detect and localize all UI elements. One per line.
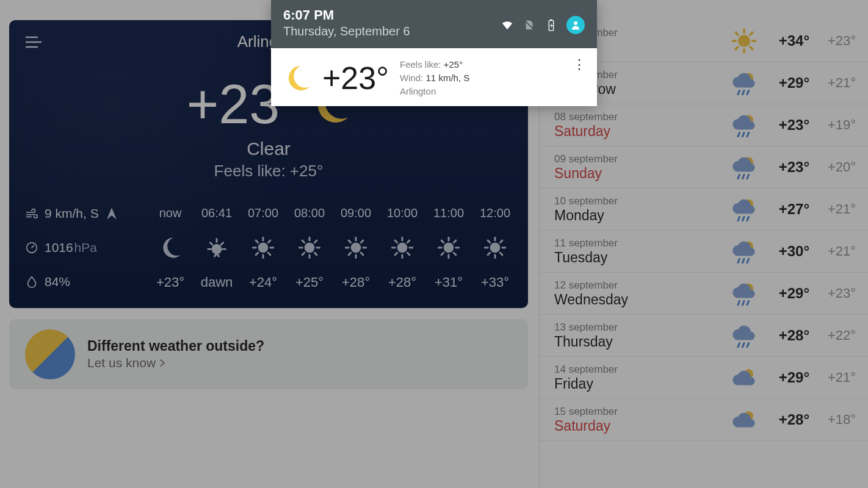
day-low: +18° — [809, 412, 856, 428]
hour-column[interactable]: now +23° — [147, 206, 193, 290]
day-name: Tuesday — [554, 249, 729, 266]
day-high: +23° — [759, 117, 809, 134]
wind-icon — [25, 207, 38, 220]
suncloud-icon — [729, 365, 759, 390]
feedback-icon — [25, 329, 75, 379]
notif-details: Feels like: +25° Wind: 11 km/h, S Arling… — [400, 58, 469, 98]
day-date: 12 september — [554, 279, 729, 292]
weather-notification[interactable]: +23° Feels like: +25° Wind: 11 km/h, S A… — [271, 48, 597, 106]
sunrain-icon — [729, 155, 759, 179]
hour-time: now — [159, 206, 182, 221]
day-row[interactable]: 15 september Saturday +28° +18° — [540, 399, 868, 441]
hour-column[interactable]: 06:41 dawn — [193, 206, 240, 290]
humidity-stat: 84% — [25, 274, 141, 289]
sunrain-icon — [729, 71, 759, 95]
sunrise-icon — [204, 235, 229, 260]
rain-icon — [729, 323, 759, 348]
day-row[interactable]: 09 september Sunday +23° +20° — [540, 146, 868, 188]
notif-temp: +23° — [322, 60, 389, 96]
hour-column[interactable]: 12:00 +33° — [472, 206, 512, 290]
hour-time: 11:00 — [433, 206, 464, 221]
hour-column[interactable]: 10:00 +28° — [379, 206, 425, 290]
day-name: Saturday — [554, 123, 729, 140]
day-date: 13 september — [554, 321, 729, 334]
svg-point-39 — [574, 21, 577, 25]
moon-icon — [158, 235, 183, 260]
hour-temp: +24° — [249, 274, 277, 290]
day-row[interactable]: 14 september Friday +29° +21° — [540, 357, 868, 399]
hour-temp: dawn — [201, 274, 233, 290]
hour-time: 07:00 — [248, 206, 278, 221]
feels-like: Feels like: +25° — [25, 162, 512, 181]
hour-temp: +28° — [388, 274, 416, 290]
day-date: 11 september — [554, 237, 729, 249]
wifi-icon — [501, 18, 514, 32]
day-low: +23° — [809, 33, 856, 49]
day-high: +34° — [759, 32, 809, 49]
battery-charging-icon — [544, 18, 558, 32]
day-row[interactable]: 08 september Saturday +23° +19° — [540, 104, 868, 146]
hour-temp: +28° — [342, 274, 370, 290]
day-low: +22° — [809, 328, 856, 343]
hour-column[interactable]: 07:00 +24° — [240, 206, 286, 290]
gauge-icon — [25, 241, 38, 254]
feedback-card[interactable]: Different weather outside? Let us know — [9, 319, 528, 389]
sun-icon — [729, 29, 759, 53]
day-row[interactable]: 13 september Thursday +28° +22° — [540, 315, 868, 357]
day-name: Monday — [554, 207, 729, 224]
hour-column[interactable]: 08:00 +25° — [286, 206, 333, 290]
day-row[interactable]: 12 september Wednesday +29° +23° — [540, 273, 868, 315]
day-high: +23° — [759, 159, 809, 176]
hour-time: 06:41 — [201, 206, 232, 221]
sun-icon — [251, 235, 275, 260]
profile-avatar[interactable] — [566, 16, 585, 34]
day-date: 09 september — [554, 153, 729, 165]
day-high: +29° — [759, 369, 809, 386]
sun-icon — [436, 235, 461, 260]
hour-time: 10:00 — [387, 206, 418, 221]
day-low: +21° — [809, 75, 856, 91]
day-high: +27° — [759, 201, 809, 218]
day-low: +21° — [809, 201, 856, 217]
day-low: +21° — [809, 370, 856, 386]
svg-point-35 — [27, 243, 37, 253]
day-high: +29° — [759, 74, 809, 92]
hour-column[interactable]: 09:00 +28° — [333, 206, 379, 290]
sunrain-icon — [729, 113, 759, 137]
day-low: +21° — [809, 243, 856, 259]
day-name: Thursday — [554, 334, 729, 350]
svg-rect-38 — [550, 20, 552, 21]
hour-time: 08:00 — [294, 206, 325, 221]
hourly-forecast[interactable]: now +23° 06:41 dawn 07:00 +24° 08:00 +25… — [147, 206, 512, 290]
wind-stat: 9 km/h, S — [25, 206, 141, 221]
day-high: +30° — [759, 243, 809, 260]
notification-header[interactable]: 6:07 PM Thursday, September 6 — [271, 0, 597, 48]
hour-time: 12:00 — [480, 206, 510, 221]
drop-icon — [25, 275, 38, 289]
day-low: +20° — [809, 159, 856, 175]
notif-more-button[interactable]: ⋮ — [573, 57, 586, 73]
sun-icon — [483, 235, 507, 260]
day-low: +23° — [809, 285, 856, 301]
sunrain-icon — [729, 281, 759, 306]
hour-column[interactable]: 11:00 +31° — [425, 206, 472, 290]
hour-temp: +33° — [481, 274, 509, 290]
day-row[interactable]: 11 september Tuesday +30° +21° — [540, 231, 868, 273]
day-date: 14 september — [554, 364, 729, 376]
hour-time: 09:00 — [341, 206, 371, 221]
day-name: Saturday — [554, 418, 729, 434]
no-sim-icon — [523, 18, 536, 32]
feedback-cta[interactable]: Let us know — [87, 356, 264, 370]
sun-icon — [297, 235, 322, 260]
menu-button[interactable] — [25, 35, 42, 49]
day-date: 15 september — [554, 406, 729, 418]
hour-temp: +25° — [295, 274, 324, 290]
day-row[interactable]: 10 september Monday +27° +21° — [540, 188, 868, 231]
feedback-title: Different weather outside? — [87, 338, 264, 354]
day-high: +29° — [759, 285, 809, 302]
suncloud-icon — [729, 407, 759, 432]
current-condition: Clear — [25, 138, 512, 159]
day-name: Wednesday — [554, 292, 729, 308]
sun-icon — [344, 235, 368, 260]
notification-panel[interactable]: 6:07 PM Thursday, September 6 +23° Feels… — [271, 0, 597, 106]
